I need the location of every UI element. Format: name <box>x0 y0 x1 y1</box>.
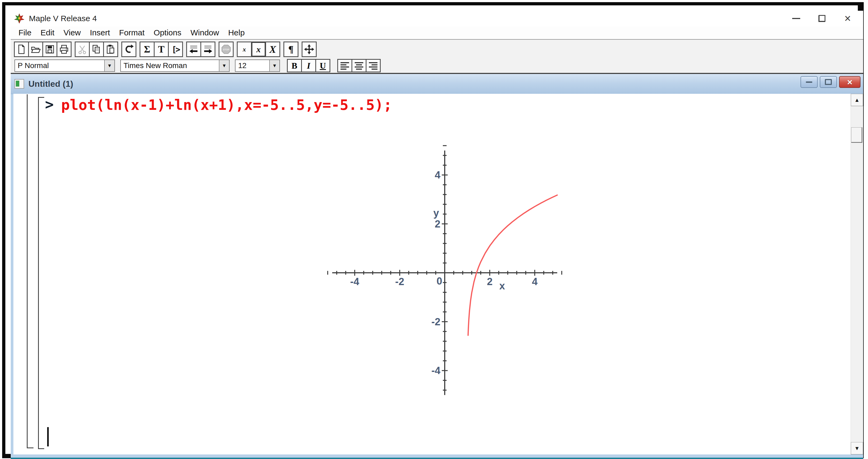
maple-leaf-icon <box>14 13 25 24</box>
sum-button[interactable]: Σ <box>140 41 155 57</box>
restore-icon <box>819 15 825 22</box>
worksheet-title-bar[interactable]: Untitled (1) × <box>11 74 863 94</box>
zoom-small-icon: x <box>243 46 246 53</box>
svg-text:2: 2 <box>435 218 440 230</box>
menu-edit[interactable]: Edit <box>36 28 59 37</box>
minimize-icon <box>792 18 800 19</box>
left-arrow-lines-icon <box>188 44 199 55</box>
save-floppy-icon <box>44 44 55 55</box>
italic-button[interactable]: I <box>301 59 316 72</box>
worksheet-minimize-button[interactable] <box>801 76 818 88</box>
underline-button[interactable]: U <box>315 59 330 72</box>
style-dropdown-arrow-icon[interactable]: ▼ <box>104 60 114 71</box>
scroll-down-icon: ▼ <box>854 445 860 452</box>
svg-text:-2: -2 <box>431 316 440 328</box>
align-center-button[interactable] <box>351 59 367 72</box>
svg-text:-2: -2 <box>395 276 404 287</box>
style-combobox[interactable]: P Normal ▼ <box>14 60 115 72</box>
menu-view[interactable]: View <box>59 28 85 37</box>
zoom-large-button[interactable]: X <box>265 41 280 57</box>
worksheet-close-button[interactable]: × <box>839 76 861 88</box>
zoom-medium-icon: x <box>256 44 261 54</box>
worksheet-bottom-border <box>11 454 863 459</box>
align-left-button[interactable] <box>337 59 352 72</box>
maple-application-window: Maple V Release 4 × File Edit View Inser… <box>11 11 863 459</box>
text-mode-icon: T <box>158 44 164 55</box>
indent-button[interactable] <box>200 41 215 57</box>
move-arrows-icon <box>304 44 314 55</box>
print-button[interactable] <box>57 41 71 57</box>
new-button[interactable] <box>14 41 29 57</box>
text-mode-button[interactable]: T <box>154 41 169 57</box>
align-center-icon <box>354 61 364 70</box>
standard-toolbar: Σ T [> <box>11 39 863 59</box>
show-marks-button[interactable]: ¶ <box>283 41 299 57</box>
menu-file[interactable]: File <box>14 28 36 37</box>
plot-canvas: -4-2024-4-224xy <box>321 145 568 399</box>
copy-button[interactable] <box>89 41 104 57</box>
text-cursor <box>47 427 49 447</box>
worksheet-window-controls: × <box>798 76 861 88</box>
resize-mode-button[interactable] <box>302 41 317 57</box>
underline-icon: U <box>320 61 326 71</box>
svg-text:4: 4 <box>435 170 440 181</box>
pilcrow-icon: ¶ <box>288 44 293 55</box>
outdent-button[interactable] <box>186 41 201 57</box>
worksheet-group-bracket <box>27 94 33 448</box>
font-combobox[interactable]: Times New Roman ▼ <box>120 60 229 72</box>
menu-insert[interactable]: Insert <box>86 28 115 37</box>
size-dropdown-arrow-icon[interactable]: ▼ <box>269 60 279 71</box>
window-title: Maple V Release 4 <box>29 14 97 23</box>
svg-text:-4: -4 <box>431 365 440 376</box>
worksheet-document-icon <box>14 79 24 89</box>
right-arrow-lines-icon <box>203 44 213 55</box>
worksheet-content[interactable]: > plot(ln(x-1)+ln(x+1),x=-5..5,y=-5..5);… <box>13 94 861 454</box>
maple-command-input[interactable]: plot(ln(x-1)+ln(x+1),x=-5..5,y=-5..5); <box>61 96 392 113</box>
screenshot-frame: Maple V Release 4 × File Edit View Inser… <box>2 2 864 458</box>
menu-options[interactable]: Options <box>149 28 186 37</box>
open-button[interactable] <box>28 41 43 57</box>
cut-button[interactable] <box>75 41 90 57</box>
scroll-down-button[interactable]: ▼ <box>851 442 863 454</box>
scrollbar-thumb[interactable] <box>851 127 862 143</box>
scroll-up-icon: ▲ <box>854 97 860 103</box>
minimize-button[interactable] <box>783 11 809 26</box>
zoom-medium-button[interactable]: x <box>251 41 266 57</box>
menu-window[interactable]: Window <box>186 28 224 37</box>
close-icon: × <box>847 78 852 87</box>
zoom-small-button[interactable]: x <box>237 41 252 57</box>
undo-button[interactable] <box>121 41 136 57</box>
plot-output[interactable]: -4-2024-4-224xy <box>321 145 568 399</box>
scroll-up-button[interactable]: ▲ <box>851 94 863 106</box>
vertical-scrollbar[interactable]: ▲ ▼ <box>850 94 863 454</box>
bold-button[interactable]: B <box>287 59 302 72</box>
maple-input-button[interactable]: [> <box>168 41 183 57</box>
new-document-icon <box>16 44 27 55</box>
size-combobox[interactable]: 12 ▼ <box>235 60 280 72</box>
save-button[interactable] <box>42 41 57 57</box>
worksheet-restore-button[interactable] <box>820 76 837 88</box>
close-button[interactable]: × <box>835 11 861 26</box>
font-dropdown-arrow-icon[interactable]: ▼ <box>219 60 229 71</box>
restore-button[interactable] <box>809 11 835 26</box>
stop-button[interactable]: STOP <box>219 41 234 57</box>
window-controls: × <box>783 11 861 26</box>
close-icon: × <box>844 13 851 24</box>
italic-icon: I <box>307 61 310 71</box>
menu-format[interactable]: Format <box>115 28 149 37</box>
svg-text:-4: -4 <box>350 276 359 287</box>
zoom-large-icon: X <box>269 43 276 55</box>
stop-sign-icon: STOP <box>221 44 231 55</box>
bold-icon: B <box>291 61 297 71</box>
font-value: Times New Roman <box>124 61 219 70</box>
title-bar: Maple V Release 4 × <box>11 11 863 26</box>
size-value: 12 <box>238 61 269 70</box>
maple-prompt: > <box>45 96 54 113</box>
svg-text:STOP: STOP <box>223 48 229 51</box>
align-right-button[interactable] <box>366 59 381 72</box>
paste-button[interactable] <box>103 41 118 57</box>
print-icon <box>59 44 69 55</box>
undo-icon <box>124 44 134 55</box>
menu-help[interactable]: Help <box>224 28 249 37</box>
maple-prompt-icon: [> <box>172 45 179 54</box>
